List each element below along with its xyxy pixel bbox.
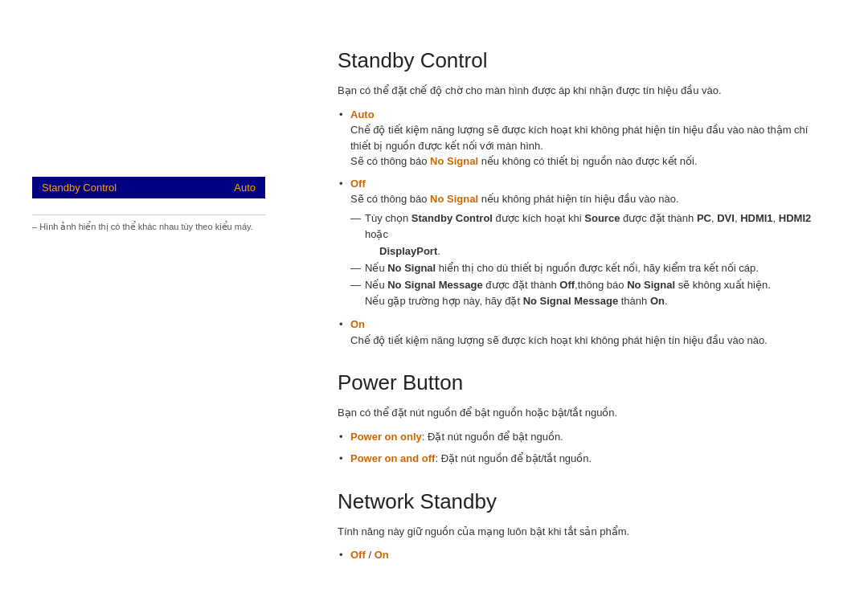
network-standby-on-label: On: [375, 549, 389, 561]
on-bold: On: [650, 295, 665, 307]
power-button-desc: Bạn có thể đặt nút nguồn để bật nguồn ho…: [338, 405, 820, 421]
network-standby-off-label: Off: [350, 549, 366, 561]
power-button-title: Power Button: [338, 370, 820, 395]
displayport-span: DisplayPort.: [365, 243, 820, 260]
standby-control-section: Standby Control Bạn có thể đặt chế độ ch…: [338, 48, 820, 348]
sub-note: Nếu gặp trường hợp này, hãy đặt No Signa…: [365, 295, 668, 307]
dvi-bold: DVI: [717, 212, 735, 224]
standby-control-title: Standby Control: [338, 48, 820, 73]
standby-control-list: Auto Chế độ tiết kiệm năng lượng sẽ được…: [338, 107, 820, 349]
network-standby-list: Off / On: [338, 547, 820, 563]
no-signal-label-1: No Signal: [430, 155, 478, 167]
power-button-section: Power Button Bạn có thể đặt nút nguồn để…: [338, 370, 820, 467]
sub-item-3: Nếu No Signal Message được đặt thành Off…: [350, 277, 820, 311]
list-item-on: On Chế độ tiết kiệm năng lượng sẽ được k…: [338, 317, 820, 348]
off-label: Off: [350, 178, 366, 190]
left-panel: Standby Control Auto – Hình ảnh hiển thị…: [0, 0, 289, 613]
power-on-and-off-item: Power on and off: Đặt nút nguồn để bật/t…: [338, 451, 820, 467]
auto-desc1: Chế độ tiết kiệm năng lượng sẽ được kích…: [350, 124, 808, 152]
auto-desc2: Sẽ có thông báo No Signal nếu không có t…: [350, 155, 698, 167]
hdmi2-bold: HDMI2: [779, 212, 811, 224]
source-bold: Source: [584, 212, 620, 224]
right-panel: Standby Control Bạn có thể đặt chế độ ch…: [289, 0, 868, 613]
no-signal-bold-sub: No Signal: [627, 279, 675, 291]
pc-bold: PC: [697, 212, 711, 224]
network-standby-sep: /: [366, 549, 375, 561]
standby-control-bold: Standby Control: [411, 212, 493, 224]
off-desc1: Sẽ có thông báo No Signal nếu không phát…: [350, 193, 679, 205]
power-on-only-desc: : Đặt nút nguồn để bật nguồn.: [422, 431, 563, 443]
list-item-auto: Auto Chế độ tiết kiệm năng lượng sẽ được…: [338, 107, 820, 170]
standby-control-desc: Bạn có thể đặt chế độ chờ cho màn hình đ…: [338, 83, 820, 99]
menu-item-label: Standby Control: [42, 182, 117, 194]
displayport-bold: DisplayPort: [379, 245, 437, 257]
power-on-and-off-desc: : Đặt nút nguồn để bật/tắt nguồn.: [435, 452, 592, 464]
menu-item-value: Auto: [234, 182, 256, 194]
hdmi1-bold: HDMI1: [740, 212, 772, 224]
network-standby-section: Network Standby Tính năng này giữ nguồn …: [338, 489, 820, 563]
network-standby-desc: Tính năng này giữ nguồn của mạng luôn bậ…: [338, 524, 820, 540]
no-signal-label-2: No Signal: [430, 193, 478, 205]
power-on-only-item: Power on only: Đặt nút nguồn để bật nguồ…: [338, 429, 820, 445]
network-standby-off-on-item: Off / On: [338, 547, 820, 563]
network-standby-title: Network Standby: [338, 489, 820, 514]
on-label: On: [350, 318, 365, 330]
sub-item-1: Tùy chọn Standby Control được kích hoạt …: [350, 210, 820, 260]
auto-label: Auto: [350, 108, 375, 121]
off-sub-list: Tùy chọn Standby Control được kích hoạt …: [350, 210, 820, 311]
note-text: – Hình ảnh hiển thị có thể khác nhau tùy…: [32, 222, 265, 232]
no-signal-sub-bold: No Signal: [387, 262, 436, 274]
on-desc1: Chế độ tiết kiệm năng lượng sẽ được kích…: [350, 334, 768, 346]
power-on-and-off-label: Power on and off: [350, 452, 435, 464]
divider: [32, 215, 265, 215]
sub-item-2: Nếu No Signal hiển thị cho dù thiết bị n…: [350, 260, 820, 277]
no-signal-message-bold: No Signal Message: [387, 279, 482, 291]
power-button-list: Power on only: Đặt nút nguồn để bật nguồ…: [338, 429, 820, 467]
off-bold-sub: Off: [559, 279, 575, 291]
standby-control-menu-item[interactable]: Standby Control Auto: [32, 177, 265, 198]
no-signal-message-bold-2: No Signal Message: [523, 295, 618, 307]
list-item-off: Off Sẽ có thông báo No Signal nếu không …: [338, 176, 820, 311]
power-on-only-label: Power on only: [350, 431, 422, 443]
